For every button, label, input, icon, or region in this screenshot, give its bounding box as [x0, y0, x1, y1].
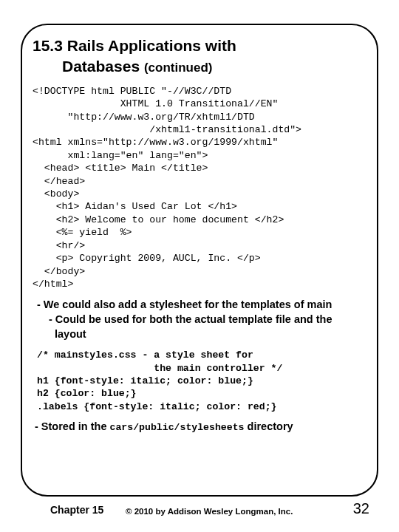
section-title-line2: Databases	[62, 58, 140, 75]
section-number: 15.3	[33, 37, 63, 54]
bullet-usage: - Could be used for both the actual temp…	[49, 313, 366, 341]
stored-suffix: directory	[245, 420, 293, 432]
css-code-block: /* mainstyles.css - a style sheet for th…	[37, 349, 366, 413]
section-heading: 15.3 Rails Applications with Databases (…	[33, 35, 366, 78]
stored-prefix: - Stored in the	[35, 420, 110, 432]
html-code-block: <!DOCTYPE html PUBLIC "-//W3C//DTD XHTML…	[33, 85, 366, 291]
slide-frame: 15.3 Rails Applications with Databases (…	[21, 24, 378, 497]
section-title-line1: Rails Applications with	[67, 37, 236, 54]
stored-path: cars/public/stylesheets	[110, 422, 245, 433]
bullet-list: - We could also add a stylesheet for the…	[33, 298, 366, 341]
chapter-label: Chapter 15	[50, 504, 103, 516]
continued-label: (continued)	[144, 61, 213, 75]
stored-line: - Stored in the cars/public/stylesheets …	[35, 420, 366, 433]
copyright-label: © 2010 by Addison Wesley Longman, Inc.	[126, 507, 293, 516]
bullet-stylesheet: - We could also add a stylesheet for the…	[37, 298, 366, 313]
page-number: 32	[353, 500, 369, 517]
